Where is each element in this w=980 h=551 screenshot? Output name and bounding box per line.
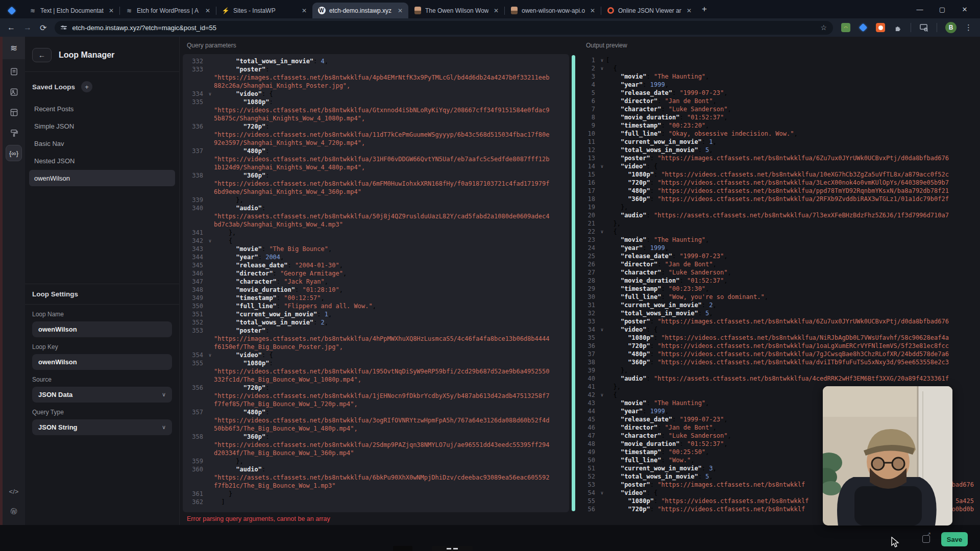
bookmark-star-icon[interactable]: ☆ [820,23,827,32]
browser-tab[interactable]: Online JSON Viewer and For✕ [601,3,697,18]
code-line: "https://videos.ctfassets.net/bs8ntwkklf… [183,392,569,400]
query-parameters-header: Query parameters [187,42,236,49]
code-line: 361 } [183,490,569,498]
saved-loop-item[interactable]: Nested JSON [29,153,175,169]
etch-favicon: ≋ [125,7,133,15]
extensions-puzzle-icon[interactable] [893,23,902,32]
pinned-tab[interactable] [0,3,23,18]
extension-icon-gem[interactable] [859,23,868,32]
tab-close-icon[interactable]: ✕ [107,7,115,14]
browser-tab[interactable]: Wetch-demo.instawp.xyz✕ [312,3,408,18]
code-line: 15 "1080p": "https://videos.ctfassets.ne… [580,170,977,179]
code-line: f7fef85/The_Big_Bounce_Wow_1_720p.mp4", [183,400,569,408]
maximize-button[interactable]: ▢ [931,2,953,17]
extension-icon-green[interactable]: ◠ [841,23,850,32]
code-line: 20 "audio": "https://assets.ctfassets.ne… [580,211,977,219]
code-line: 12 "total_wows_in_movie": 5, [580,146,977,154]
saved-loop-item[interactable]: owenWilson [29,170,175,186]
notes-icon[interactable] [6,63,22,80]
back-nav-icon[interactable]: ← [7,23,15,32]
media-image-icon[interactable] [6,84,22,100]
browser-tab[interactable]: ⚡Sites - InstaWP✕ [216,3,312,18]
code-line: 350 "full_line": "Flippers and all. Wow.… [183,302,569,310]
tab-close-icon[interactable]: ✕ [300,7,308,14]
browser-tab[interactable]: The Owen Wilson Wow API✕ [408,3,504,18]
loops-icon[interactable]: {∞} [6,145,22,161]
field-label: Source [32,376,172,383]
browser-tab[interactable]: owen-wilson-wow-api.onrend✕ [505,3,601,18]
pinned-tab-favicon [8,7,16,15]
json-viewer-favicon [606,7,615,15]
field-select[interactable]: JSON Data∨ [32,387,172,403]
field-input[interactable]: owenWilson [32,321,172,337]
field-select[interactable]: JSON String∨ [32,419,172,435]
forward-nav-icon[interactable]: → [23,23,32,32]
site-settings-icon[interactable] [61,26,67,29]
tab-close-icon[interactable]: ✕ [492,7,500,14]
overlay-fragment [393,546,473,551]
back-button[interactable]: ← [32,48,52,62]
code-line: f7fb21c/The_Big_Bounce_Wow_1.mp3" [183,482,569,490]
browser-tab[interactable]: ≋Etch for WordPress | A Digital✕ [120,3,216,18]
etch-logo-icon[interactable]: ≋ [3,37,25,59]
profile-avatar[interactable]: B [945,22,957,33]
code-line: 1∨[ [580,56,977,64]
tab-title: etch-demo.instawp.xyz [329,7,393,14]
loop-manager-panel: ← Loop Manager Saved Loops + Recent Post… [25,37,180,525]
code-line: 2∨ { [580,64,977,72]
field-label: Loop Name [32,311,172,318]
save-button[interactable]: Save [941,532,968,546]
browser-tab[interactable]: ≋Text | Etch Documentation✕ [23,3,119,18]
code-line: "https://images.ctfassets.net/bs8ntwkklf… [183,73,569,82]
popout-icon[interactable] [922,535,930,543]
code-line: 29 "timestamp": "00:23:30", [580,285,977,293]
query-editor[interactable]: 332 "total_wows_in_movie": 4,333 "poster… [183,54,569,512]
styles-paint-icon[interactable] [6,124,22,141]
field-label: Query Type [32,409,172,416]
code-line: "https://videos.ctfassets.net/bs8ntwkklf… [183,367,569,375]
code-line: 882c26a/Shanghai_Knights_Poster.jpg", [183,82,569,90]
code-line: 353 "poster": [183,327,569,335]
saved-loop-item[interactable]: Recent Posts [29,101,175,117]
code-line: "https://videos.ctfassets.net/bs8ntwkklf… [183,441,569,449]
chevron-down-icon: ∨ [162,424,166,431]
tab-close-icon[interactable]: ✕ [589,7,597,14]
saved-loop-item[interactable]: Simple JSON [29,118,175,134]
add-loop-button[interactable]: + [81,81,92,92]
code-line: 360 "audio": [183,465,569,473]
code-line: 19 }, [580,203,977,211]
saved-loop-item[interactable]: Basic Nav [29,135,175,152]
tab-title: Text | Etch Documentation [40,7,104,14]
code-line: 355 "1080p": [183,359,569,367]
editor-scrollbar[interactable] [572,55,575,511]
code-line: 357 "480p": [183,408,569,416]
reload-icon[interactable]: ⟳ [40,23,46,33]
tab-close-icon[interactable]: ✕ [396,7,404,14]
code-line: 30 "full_line": "Wow, you're so dominant… [580,293,977,301]
minimize-button[interactable]: — [909,2,931,17]
field-input[interactable]: owenWilson [32,354,172,370]
close-window-button[interactable]: ✕ [953,2,976,17]
owen-wilson-favicon [413,7,422,15]
code-line: "https://assets.ctfassets.net/bs8ntwkklf… [183,473,569,482]
url-text[interactable]: etch-demo.instawp.xyz/?etch=magic&post_i… [72,24,815,32]
bottom-bar: Save [0,525,980,551]
extension-icon-orange[interactable] [876,23,885,32]
code-line: 358 "360p": [183,433,569,441]
code-fragment: bad676 [952,481,974,489]
code-line: "https://videos.ctfassets.net/bs8ntwkklf… [183,180,569,188]
code-line: 351 "current_wow_in_movie": 1, [183,310,569,318]
address-bar[interactable]: etch-demo.instawp.xyz/?etch=magic&post_i… [55,21,833,35]
wordpress-icon[interactable]: Ⓦ [6,504,22,520]
code-line: f6150ef/The_Big_Bounce_Poster.jpg", [183,343,569,351]
tab-close-icon[interactable]: ✕ [204,7,212,14]
browser-menu-icon[interactable]: ⋮ [965,23,973,32]
tab-close-icon[interactable]: ✕ [685,7,693,14]
layout-icon[interactable] [6,104,22,120]
tab-title: owen-wilson-wow-api.onrend [522,7,585,14]
code-line: 4 "year": 1999, [580,81,977,89]
device-toolbar-icon[interactable] [919,23,928,32]
code-line: 338 "360p": [183,171,569,180]
code-icon[interactable]: </> [6,483,22,499]
new-tab-button[interactable]: + [697,2,712,16]
